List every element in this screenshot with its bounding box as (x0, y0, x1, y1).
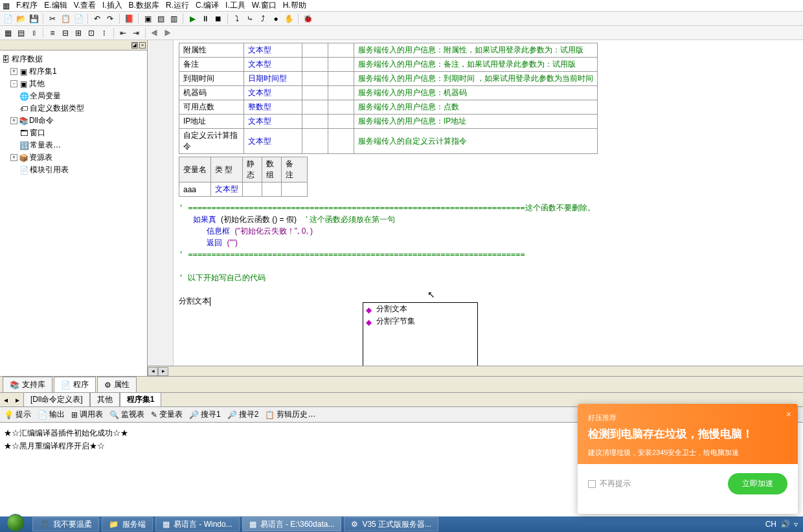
layout2-icon[interactable]: ▥ (168, 14, 179, 24)
redo-icon[interactable]: ↷ (105, 14, 115, 24)
panel-close-icon[interactable]: × (139, 42, 146, 49)
scroll-left-icon[interactable]: ◂ (148, 367, 158, 376)
book-icon[interactable]: 📕 (124, 14, 134, 24)
scroll-right-icon[interactable]: ▸ (158, 367, 168, 376)
param-table[interactable]: 附属性文本型服务端传入的用户信息：附属性，如果试用登录此参数为：试用版 备注文本… (179, 43, 598, 154)
new-icon[interactable]: 📄 (3, 14, 13, 24)
run-icon[interactable]: ▶ (187, 14, 198, 24)
code-input-line[interactable]: 分割文本 (179, 295, 798, 307)
accelerate-button[interactable]: 立即加速 (728, 473, 787, 494)
align4-icon[interactable]: ≡ (47, 28, 58, 38)
code-blank[interactable] (179, 260, 798, 272)
taskbar-item[interactable]: ⚙V35 正式版服务器... (344, 517, 438, 531)
align12-icon[interactable]: ⫸ (163, 28, 173, 38)
var-table[interactable]: 变量名类 型静态数组备 注 aaa文本型 (179, 157, 308, 197)
code-comment[interactable]: ' ======================================… (179, 249, 798, 260)
menu-item[interactable]: R.运行 (166, 0, 189, 11)
output-tab-watch[interactable]: 🔍监视表 (109, 409, 144, 420)
menu-item[interactable]: I.工具 (225, 0, 245, 11)
align6-icon[interactable]: ⊞ (73, 28, 84, 38)
output-tab-hint[interactable]: 💡提示 (4, 409, 31, 420)
tray-icon[interactable]: 🔊 (780, 520, 790, 529)
menu-item[interactable]: H.帮助 (283, 0, 306, 11)
menu-item[interactable]: V.查看 (74, 0, 96, 11)
output-tab-search2[interactable]: 🔎搜寻2 (227, 409, 259, 420)
code-comment[interactable]: ' 以下开始写自己的代码 (179, 272, 798, 283)
align8-icon[interactable]: ⫶ (99, 28, 109, 38)
stepover-icon[interactable]: ⤵ (232, 14, 242, 24)
tray-icon[interactable]: ▿ (794, 520, 798, 529)
tree-root[interactable]: 🗄 程序数据 (1, 53, 146, 65)
tree-item[interactable]: +📚Dll命令 (1, 115, 146, 127)
start-button[interactable] (0, 516, 31, 532)
editor-tab[interactable]: [Dll命令定义表] (23, 392, 90, 407)
code-comment[interactable]: ' ======================================… (179, 202, 798, 214)
tab-scroll-left-icon[interactable]: ◂ (0, 395, 12, 405)
tab-program[interactable]: 📄程序 (54, 377, 96, 392)
tab-properties[interactable]: ⚙属性 (97, 377, 137, 392)
align5-icon[interactable]: ⊟ (60, 28, 71, 38)
tab-scroll-right-icon[interactable]: ▸ (12, 395, 23, 405)
align1-icon[interactable]: ▦ (3, 28, 13, 38)
open-icon[interactable]: 📂 (16, 14, 26, 24)
hand-icon[interactable]: ✋ (284, 14, 294, 24)
code-line[interactable]: 返回 ("") (179, 237, 798, 249)
layout-icon[interactable]: ▤ (155, 14, 166, 24)
align10-icon[interactable]: ⇥ (131, 28, 141, 38)
menu-item[interactable]: B.数据库 (129, 0, 159, 11)
tree-item[interactable]: +▣程序集1 (1, 65, 146, 78)
output-tab-clipboard[interactable]: 📋剪辑历史… (265, 409, 315, 420)
autocomplete-popup[interactable]: ◆分割文本 ◆分割字节集 (363, 302, 478, 366)
code-line[interactable]: 如果真 (初始化云函数 () = 假) ' 这个函数必须放在第一句 (179, 214, 798, 225)
panel-pin-icon[interactable]: ◪ (131, 42, 138, 49)
tree-item[interactable]: +📦资源表 (1, 151, 146, 164)
autocomplete-item[interactable]: ◆分割字节集 (363, 315, 477, 327)
menu-item[interactable]: F.程序 (16, 0, 38, 11)
align7-icon[interactable]: ⊡ (86, 28, 96, 38)
menu-item[interactable]: C.编译 (196, 0, 219, 11)
paste-icon[interactable]: 📄 (73, 14, 84, 24)
editor-tab[interactable]: 程序集1 (120, 392, 162, 407)
stepinto-icon[interactable]: ⤷ (245, 14, 255, 24)
taskbar-item[interactable]: 📁服务端 (102, 517, 153, 531)
system-tray[interactable]: CH 🔊 ▿ (760, 520, 803, 529)
cut-icon[interactable]: ✂ (47, 14, 58, 24)
output-tab-calltable[interactable]: ⊞调用表 (71, 409, 103, 420)
tree-item[interactable]: 🌐全局变量 (1, 90, 146, 102)
align2-icon[interactable]: ▤ (16, 28, 26, 38)
bug-icon[interactable]: 🐞 (302, 14, 313, 24)
tree-item[interactable]: 🗔窗口 (1, 127, 146, 139)
window-icon[interactable]: ▣ (142, 14, 153, 24)
tree-item[interactable]: 🏷自定义数据类型 (1, 102, 146, 115)
horizontal-scrollbar[interactable]: ◂ ▸ (148, 366, 803, 376)
menu-item[interactable]: I.插入 (102, 0, 122, 11)
align9-icon[interactable]: ⇤ (118, 28, 128, 38)
pause-icon[interactable]: ⏸ (200, 14, 210, 24)
expand-icon[interactable]: + (10, 117, 17, 124)
code-content[interactable]: 附属性文本型服务端传入的用户信息：附属性，如果试用登录此参数为：试用版 备注文本… (174, 40, 803, 366)
output-tab-search1[interactable]: 🔎搜寻1 (189, 409, 221, 420)
taskbar-item[interactable]: ▦易语言 - E:\360data... (242, 517, 342, 531)
taskbar-item[interactable]: 🎵我不要温柔 (32, 517, 99, 531)
code-line[interactable]: 信息框 ("初始化云失败！", 0, ) (179, 225, 798, 237)
taskbar-item[interactable]: ▦易语言 - Windo... (155, 517, 240, 531)
project-tree[interactable]: 🗄 程序数据 +▣程序集1 -▣其他 🌐全局变量 🏷自定义数据类型 +📚Dll命… (0, 50, 147, 376)
menu-item[interactable]: E.编辑 (44, 0, 67, 11)
expand-icon[interactable]: + (10, 68, 17, 75)
output-tab-output[interactable]: 📄输出 (38, 409, 65, 420)
breakpoint-icon[interactable]: ● (271, 14, 281, 24)
editor-tab[interactable]: 其他 (90, 392, 120, 407)
lang-indicator[interactable]: CH (765, 520, 776, 529)
align11-icon[interactable]: ⫷ (150, 28, 160, 38)
code-blank[interactable] (179, 283, 798, 295)
align3-icon[interactable]: ⫴ (28, 28, 39, 38)
checkbox-icon[interactable] (588, 480, 596, 488)
undo-icon[interactable]: ↶ (92, 14, 102, 24)
autocomplete-item[interactable]: ◆分割文本 (363, 303, 477, 315)
tree-item[interactable]: 📄模块引用表 (1, 164, 146, 176)
expand-icon[interactable]: - (10, 80, 17, 87)
tab-support-lib[interactable]: 📚支持库 (3, 377, 52, 392)
stop-icon[interactable]: ⏹ (213, 14, 223, 24)
save-icon[interactable]: 💾 (28, 14, 39, 24)
output-tab-vars[interactable]: ✎变量表 (151, 409, 183, 420)
